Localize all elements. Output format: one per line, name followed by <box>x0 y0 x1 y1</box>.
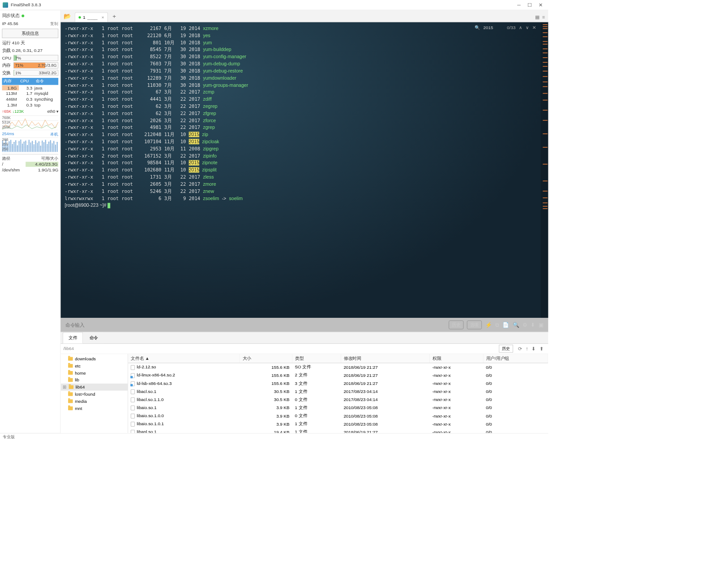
tree-item[interactable]: mnt <box>61 405 128 412</box>
latency-value: 254ms <box>2 132 14 137</box>
breadcrumb[interactable]: /lib64 <box>64 346 499 351</box>
copy-icon[interactable]: ⧉ <box>495 322 499 328</box>
disk-row[interactable]: /dev/shm1.9G/1.9G <box>2 167 59 173</box>
sysinfo-button[interactable]: 系统信息 <box>2 29 59 38</box>
download-file-icon[interactable]: ⬇ <box>531 346 536 352</box>
terminal[interactable]: -rwxr-xr-x 1 root root 2167 6月 19 2014 x… <box>61 22 541 318</box>
file-icon <box>131 406 135 410</box>
search-next-icon[interactable]: ∨ <box>526 25 529 30</box>
file-row[interactable]: libanl.so.119.4 KB1 文件2018/06/19 21:27-r… <box>128 428 548 433</box>
upload-file-icon[interactable]: ⬆ <box>540 346 544 352</box>
svg-rect-7 <box>13 142 14 152</box>
net-sparkline: 768K531K265K <box>2 115 59 130</box>
bottom-panel: 文件 命令 /lib64 历史 ⟳ ↑ ⬇ ⬆ downloadsetchome… <box>61 332 548 433</box>
mem-bar: 71%2.7G/3.8G <box>13 62 58 68</box>
file-row[interactable]: ld-2.12.so155.6 KBSO 文件2018/06/19 21:27-… <box>128 363 548 371</box>
close-button[interactable]: ✕ <box>538 3 543 8</box>
file-list[interactable]: 文件名 ▲ 大小 类型 修改时间 权限 用户/用户组 ld-2.12.so155… <box>128 354 548 433</box>
col-mtime[interactable]: 修改时间 <box>341 354 430 363</box>
proc-row[interactable]: 446M0.3syncthing <box>2 96 59 102</box>
status-dot-icon <box>78 16 81 18</box>
fullscreen-icon[interactable]: ▣ <box>539 322 544 328</box>
local-label[interactable]: 本机 <box>50 132 58 137</box>
search-close-icon[interactable]: ✕ <box>532 25 536 30</box>
titlebar: FinalShell 3.8.3 ─ ☐ ✕ <box>0 0 548 10</box>
tree-item[interactable]: etc <box>61 362 128 369</box>
disk-row[interactable]: /4.4G/23.3G <box>2 162 59 167</box>
search-count: 0/33 <box>507 25 515 30</box>
folder-tree[interactable]: downloadsetchomelib⊞lib64lost+foundmedia… <box>61 354 128 433</box>
svg-rect-15 <box>27 145 28 152</box>
maximize-button[interactable]: ☐ <box>527 3 532 8</box>
svg-rect-6 <box>12 144 13 152</box>
tree-item[interactable]: ⊞lib64 <box>61 384 128 391</box>
folder-icon <box>69 385 74 389</box>
tree-item[interactable]: media <box>61 398 128 405</box>
paste-icon[interactable]: 📄 <box>502 322 509 328</box>
file-icon <box>131 381 135 386</box>
col-size[interactable]: 大小 <box>240 354 292 363</box>
new-tab-button[interactable]: + <box>109 11 120 22</box>
folder-icon <box>68 378 73 382</box>
svg-rect-5 <box>10 140 11 152</box>
proc-row[interactable]: 113M1.7mysqld <box>2 91 59 97</box>
col-perm[interactable]: 权限 <box>430 354 484 363</box>
gear-icon[interactable]: ⚙ <box>522 322 527 328</box>
folder-icon <box>68 399 73 403</box>
col-name[interactable]: 文件名 ▲ <box>128 354 240 363</box>
terminal-search: 🔍 0/33 ∧ ∨ ✕ <box>475 25 536 30</box>
bolt-icon[interactable]: ⚡ <box>485 322 492 328</box>
latency-sparkline: 268259250 <box>2 137 59 152</box>
grid-view-icon[interactable]: ▦ <box>535 14 540 20</box>
file-row[interactable]: libacl.so.1.1.030.5 KB0 文件2017/08/23 04:… <box>128 395 548 403</box>
file-row[interactable]: ld-lsb-x86-64.so.3155.6 KB3 文件2018/06/19… <box>128 379 548 387</box>
open-folder-icon[interactable]: 📂 <box>63 12 72 21</box>
find-icon[interactable]: 🔍 <box>513 322 519 328</box>
svg-rect-26 <box>45 140 46 152</box>
path-history-button[interactable]: 历史 <box>499 345 513 352</box>
options-button[interactable]: 选项 <box>467 320 482 329</box>
cpu-bar: 7% <box>13 55 58 61</box>
tree-item[interactable]: home <box>61 369 128 376</box>
swap-bar: 1%33M/2.2G <box>13 70 58 76</box>
col-type[interactable]: 类型 <box>292 354 341 363</box>
scroll-ruler[interactable] <box>541 22 548 318</box>
session-tab[interactable]: 1 ▁▁▁ × <box>75 13 108 22</box>
folder-icon <box>68 364 73 367</box>
refresh-icon[interactable]: ⟳ <box>518 346 522 352</box>
tab-files[interactable]: 文件 <box>63 332 83 343</box>
list-view-icon[interactable]: ≡ <box>542 14 545 20</box>
svg-rect-17 <box>30 143 31 152</box>
command-input[interactable] <box>65 322 445 328</box>
svg-rect-14 <box>25 141 26 152</box>
file-row[interactable]: ld-linux-x86-64.so.2155.6 KB2 文件2018/06/… <box>128 371 548 379</box>
svg-rect-22 <box>39 141 39 152</box>
download-icon[interactable]: ⬇ <box>531 322 535 328</box>
copy-ip-button[interactable]: 复制 <box>50 21 58 27</box>
file-row[interactable]: libaio.so.1.0.03.9 KB0 文件2010/08/23 05:0… <box>128 411 548 419</box>
cpu-label: CPU <box>2 56 13 60</box>
command-bar: 历史 选项 ⚡ ⧉ 📄 🔍 ⚙ ⬇ ▣ <box>61 318 548 332</box>
proc-row[interactable]: 1.3M0.3top <box>2 102 59 108</box>
proc-row[interactable]: 1.8G3.3java <box>2 85 59 91</box>
col-owner[interactable]: 用户/用户组 <box>483 354 548 363</box>
file-row[interactable]: libacl.so.130.5 KB1 文件2017/08/23 04:14-r… <box>128 387 548 395</box>
minimize-button[interactable]: ─ <box>517 3 522 8</box>
search-prev-icon[interactable]: ∧ <box>519 25 522 30</box>
file-row[interactable]: libaio.so.1.0.13.9 KB1 文件2010/08/23 05:0… <box>128 419 548 427</box>
search-input[interactable] <box>484 25 504 30</box>
up-icon[interactable]: ↑ <box>526 346 528 352</box>
file-icon <box>131 414 135 418</box>
file-row[interactable]: libaio.so.13.9 KB1 文件2010/08/23 05:08-rw… <box>128 403 548 411</box>
svg-rect-12 <box>22 144 23 152</box>
sync-status-icon <box>21 14 24 17</box>
folder-icon <box>68 392 73 396</box>
tab-commands[interactable]: 命令 <box>84 332 104 343</box>
tree-item[interactable]: downloads <box>61 355 128 363</box>
svg-rect-24 <box>42 141 43 152</box>
tree-item[interactable]: lib <box>61 376 128 384</box>
history-button[interactable]: 历史 <box>449 320 463 329</box>
iface-select[interactable]: eth0 ▾ <box>47 109 59 114</box>
tree-item[interactable]: lost+found <box>61 391 128 398</box>
tab-close-icon[interactable]: × <box>102 15 104 20</box>
